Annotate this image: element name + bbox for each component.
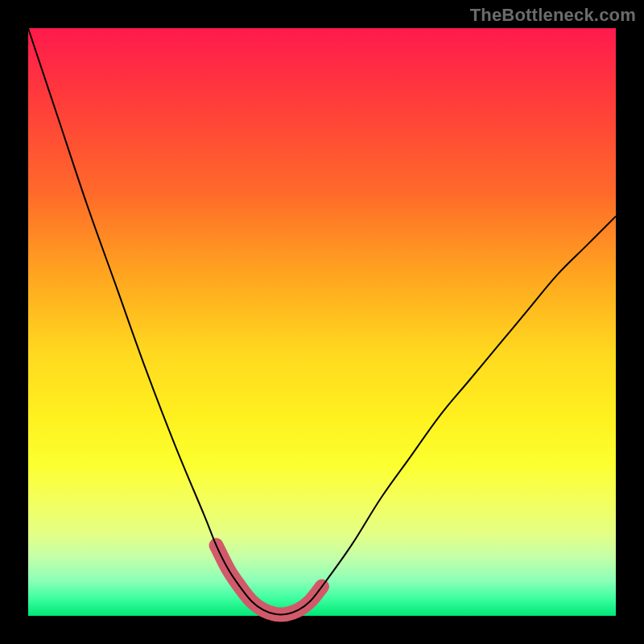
chart-stage: TheBottleneck.com	[0, 0, 644, 644]
watermark-text: TheBottleneck.com	[470, 5, 636, 26]
chart-svg	[28, 28, 616, 616]
plot-area	[28, 28, 616, 616]
bottleneck-curve-path	[28, 28, 616, 615]
